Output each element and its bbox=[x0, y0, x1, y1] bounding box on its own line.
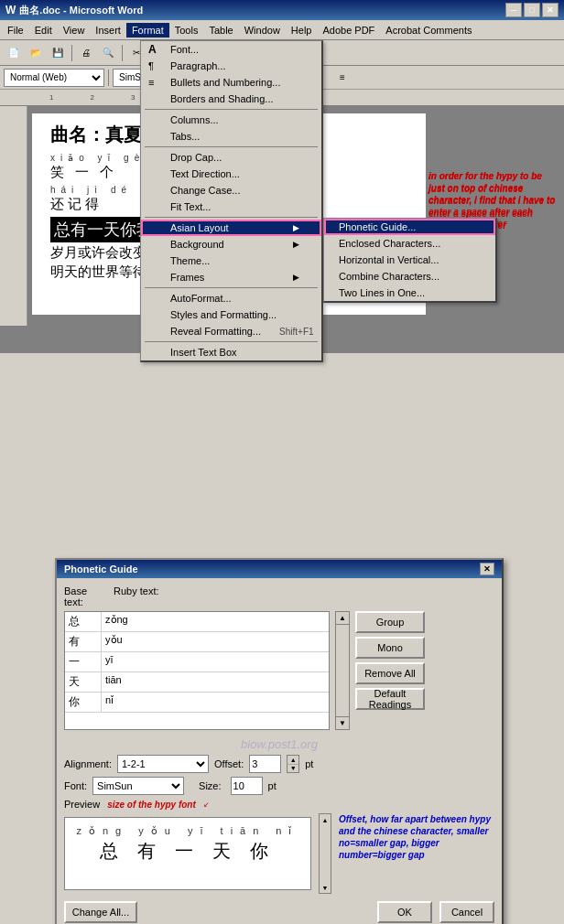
mono-button[interactable]: Mono bbox=[355, 637, 425, 659]
table-container: 总 zǒng 有 yǒu 一 yī 天 tiān bbox=[64, 611, 330, 730]
phonetic-table[interactable]: 总 zǒng 有 yǒu 一 yī 天 tiān bbox=[64, 611, 330, 730]
preview-chinese: 总 有 一 天 你 bbox=[100, 841, 276, 861]
default-readings-button[interactable]: Default Readings bbox=[355, 688, 425, 710]
bullets-icon: ≡ bbox=[148, 77, 154, 88]
menu-frames[interactable]: Frames ▶ bbox=[141, 269, 321, 285]
menu-change-case[interactable]: Change Case... bbox=[141, 182, 321, 199]
ruby-text-label: Ruby text: bbox=[114, 586, 159, 607]
submenu-two-lines[interactable]: Two Lines in One... bbox=[324, 285, 495, 301]
dialog-col-headers: Base text: Ruby text: bbox=[64, 586, 494, 607]
close-button[interactable]: ✕ bbox=[542, 3, 559, 17]
menu-columns[interactable]: Columns... bbox=[141, 112, 321, 128]
menu-insert[interactable]: Insert bbox=[90, 23, 126, 38]
save-button[interactable]: 💾 bbox=[48, 44, 68, 62]
phonetic-row-2: 有 yǒu bbox=[65, 632, 329, 652]
ruby-2[interactable]: yǒu bbox=[102, 632, 329, 651]
size-label: Size: bbox=[199, 780, 221, 791]
menu-insert-text-box[interactable]: Insert Text Box bbox=[141, 344, 321, 360]
sep-5 bbox=[145, 341, 318, 342]
scroll-down[interactable]: ▼ bbox=[336, 716, 349, 729]
toolbar-sep-5 bbox=[108, 70, 109, 86]
alignment-select[interactable]: 1-2-1 bbox=[117, 755, 209, 773]
ruby-1[interactable]: zǒng bbox=[102, 612, 329, 631]
dialog-body: Base text: Ruby text: 总 zǒng 有 yǒu 一 bbox=[57, 578, 502, 924]
size-input[interactable] bbox=[231, 777, 263, 795]
dialog-close-button[interactable]: ✕ bbox=[480, 563, 494, 575]
table-scrollbar[interactable]: ▲ ▼ bbox=[335, 611, 350, 730]
menu-font[interactable]: A Font... bbox=[141, 41, 321, 58]
preview-scrollbar[interactable]: ▲ ▼ bbox=[319, 813, 331, 894]
font-icon: A bbox=[148, 43, 157, 56]
preview-button[interactable]: 🔍 bbox=[98, 44, 118, 62]
preview-scroll-track bbox=[320, 825, 331, 882]
menu-background[interactable]: Background ▶ bbox=[141, 236, 321, 252]
watermark-area: biow.post1.org bbox=[64, 737, 494, 751]
menu-paragraph[interactable]: ¶ Paragraph... bbox=[141, 58, 321, 74]
change-all-button[interactable]: Change All... bbox=[64, 901, 137, 923]
menu-asian-layout[interactable]: Asian Layout ▶ bbox=[141, 220, 321, 236]
preview-scroll-down[interactable]: ▼ bbox=[320, 882, 331, 893]
menu-view[interactable]: View bbox=[58, 23, 91, 38]
submenu-phonetic-guide[interactable]: Phonetic Guide... bbox=[324, 219, 495, 235]
menu-drop-cap[interactable]: Drop Cap... bbox=[141, 149, 321, 166]
new-button[interactable]: 📄 bbox=[4, 44, 24, 62]
menu-reveal-formatting[interactable]: Reveal Formatting... Shift+F1 bbox=[141, 323, 321, 339]
submenu-horizontal-vertical[interactable]: Horizontal in Vertical... bbox=[324, 252, 495, 268]
group-button[interactable]: Group bbox=[355, 611, 425, 633]
preview-scroll-up[interactable]: ▲ bbox=[320, 814, 331, 825]
format-dropdown: A Font... ¶ Paragraph... ≡ Bullets and N… bbox=[140, 40, 323, 362]
menu-borders-shading[interactable]: Borders and Shading... bbox=[141, 91, 321, 107]
annotation-red: size of the hypy font bbox=[107, 800, 196, 810]
base-char-1: 总 bbox=[65, 612, 102, 631]
menu-autoformat[interactable]: AutoFormat... bbox=[141, 290, 321, 306]
menu-help[interactable]: Help bbox=[286, 23, 318, 38]
frames-arrow: ▶ bbox=[293, 273, 299, 282]
offset-spinner[interactable]: ▲ ▼ bbox=[287, 755, 299, 773]
scroll-track bbox=[336, 625, 349, 716]
ruby-3[interactable]: yī bbox=[102, 652, 329, 672]
ruby-4[interactable]: tiān bbox=[102, 672, 329, 692]
print-button[interactable]: 🖨 bbox=[76, 44, 96, 62]
menu-fit-text[interactable]: Fit Text... bbox=[141, 199, 321, 215]
menu-format[interactable]: Format bbox=[126, 23, 169, 38]
menu-tools[interactable]: Tools bbox=[169, 23, 204, 38]
reveal-shortcut: Shift+F1 bbox=[279, 327, 314, 337]
preview-pinyin: zǒng yǒu yī tiān nǐ bbox=[76, 825, 299, 837]
base-char-3: 一 bbox=[65, 652, 102, 672]
dialog-title-bar: Phonetic Guide ✕ bbox=[57, 560, 502, 578]
offset-up[interactable]: ▲ bbox=[287, 756, 298, 765]
ok-button[interactable]: OK bbox=[377, 901, 432, 923]
menu-edit[interactable]: Edit bbox=[29, 23, 58, 38]
menu-text-direction[interactable]: Text Direction... bbox=[141, 166, 321, 182]
menu-table[interactable]: Table bbox=[203, 23, 238, 38]
phonetic-row-4: 天 tiān bbox=[65, 672, 329, 693]
menu-window[interactable]: Window bbox=[239, 23, 286, 38]
font-select[interactable]: SimSun bbox=[92, 777, 184, 795]
preview-area: zǒng yǒu yī tiān nǐ 总 有 一 天 你 ▲ ▼ Offset… bbox=[64, 813, 494, 894]
menu-bullets-numbering[interactable]: ≡ Bullets and Numbering... bbox=[141, 74, 321, 91]
menu-bar: File Edit View Insert Format Tools Table… bbox=[0, 20, 564, 40]
dialog-watermark: biow.post1.org bbox=[241, 737, 318, 751]
remove-all-button[interactable]: Remove All bbox=[355, 662, 425, 684]
offset-input[interactable] bbox=[249, 755, 281, 773]
align-justify-button[interactable]: ≡ bbox=[332, 69, 352, 87]
menu-styles-formatting[interactable]: Styles and Formatting... bbox=[141, 306, 321, 323]
preview-label: Preview bbox=[64, 799, 100, 810]
title-bar-icon: W bbox=[5, 4, 16, 16]
submenu-enclosed-characters[interactable]: Enclosed Characters... bbox=[324, 235, 495, 252]
menu-file[interactable]: File bbox=[2, 23, 29, 38]
alignment-label: Alignment: bbox=[64, 758, 112, 769]
menu-adobe-pdf[interactable]: Adobe PDF bbox=[317, 23, 380, 38]
ruby-5[interactable]: nǐ bbox=[102, 693, 329, 712]
open-button[interactable]: 📂 bbox=[26, 44, 46, 62]
scroll-up[interactable]: ▲ bbox=[336, 612, 349, 625]
menu-theme[interactable]: Theme... bbox=[141, 252, 321, 269]
minimize-button[interactable]: ─ bbox=[505, 3, 522, 17]
offset-down[interactable]: ▼ bbox=[287, 765, 298, 773]
menu-tabs[interactable]: Tabs... bbox=[141, 128, 321, 145]
submenu-combine-characters[interactable]: Combine Characters... bbox=[324, 268, 495, 285]
style-combo[interactable]: Normal (Web) bbox=[4, 69, 104, 87]
maximize-button[interactable]: □ bbox=[524, 3, 540, 17]
cancel-button[interactable]: Cancel bbox=[439, 901, 494, 923]
menu-acrobat-comments[interactable]: Acrobat Comments bbox=[380, 23, 477, 38]
